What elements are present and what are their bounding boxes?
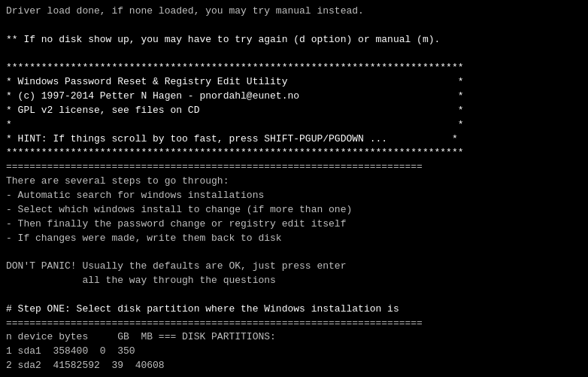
output-line-18 <box>6 245 582 260</box>
output-line-24: n device bytes GB MB === DISK PARTITIONS… <box>6 330 582 345</box>
output-line-3: ** If no disk show up, you may have to t… <box>6 33 582 47</box>
output-line-19: DON'T PANIC! Usually the defaults are OK… <box>6 260 582 274</box>
output-line-8: * GPL v2 license, see files on CD * <box>6 104 582 118</box>
output-line-6: * Windows Password Reset & Registry Edit… <box>6 75 582 90</box>
output-line-9: * * <box>6 118 582 132</box>
output-line-22: # Step ONE: Select disk partition where … <box>6 303 582 317</box>
output-line-23: ========================================… <box>6 317 582 331</box>
output-line-4 <box>6 47 582 62</box>
output-line-16: - Then finally the password change or re… <box>6 217 582 232</box>
output-line-26: 2 sda2 41582592 39 40608 <box>6 359 582 373</box>
output-line-15: - Select which windows install to change… <box>6 203 582 217</box>
output-line-2 <box>6 19 582 33</box>
output-line-13: There are several steps to go through: <box>6 175 582 189</box>
output-line-25: 1 sda1 358400 0 350 <box>6 345 582 359</box>
output-line-5: ****************************************… <box>6 61 582 75</box>
output-line-20: all the way through the questions <box>6 274 582 288</box>
output-line-11: ****************************************… <box>6 146 582 160</box>
output-line-17: - If changes were made, write them back … <box>6 232 582 246</box>
output-line-10: * HINT: If things scroll by too fast, pr… <box>6 132 582 147</box>
output-line-7: * (c) 1997-2014 Petter N Hagen - pnordah… <box>6 90 582 104</box>
output-line-1: Driver load done, if none loaded, you ma… <box>6 5 582 19</box>
output-line-12: ========================================… <box>6 160 582 175</box>
output-line-14: - Automatic search for windows installat… <box>6 189 582 203</box>
output-line-27 <box>6 373 582 377</box>
output-line-21 <box>6 288 582 303</box>
terminal-window: Driver load done, if none loaded, you ma… <box>0 0 588 377</box>
